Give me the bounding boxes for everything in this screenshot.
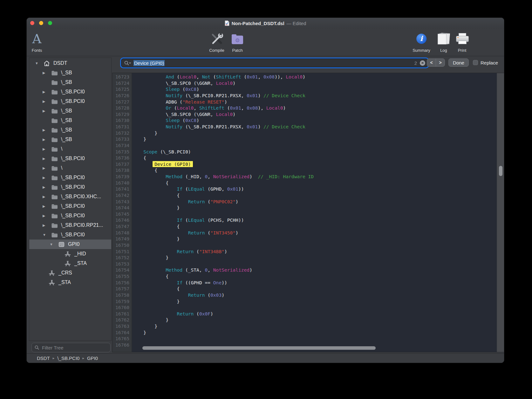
line-number: 16760 <box>113 304 132 311</box>
line-number: 16745 <box>113 211 132 217</box>
line-number: 16757 <box>113 286 132 292</box>
disclosure-collapsed-icon[interactable]: ▶ <box>42 90 51 94</box>
vertical-scrollbar[interactable] <box>497 73 504 352</box>
tree-item-label: _HID <box>74 251 86 257</box>
done-button[interactable]: Done <box>448 58 469 67</box>
tree-row-sb[interactable]: \_SB <box>29 78 111 87</box>
toolbar-item-compile[interactable]: Compile <box>209 30 224 53</box>
code-text: } <box>132 136 497 142</box>
breadcrumb-item[interactable]: GPI0 <box>87 355 98 361</box>
tree-item-label: \_SB.PCI0 <box>61 175 85 180</box>
line-number: 16748 <box>113 230 132 236</box>
find-previous-button[interactable]: < <box>427 59 436 66</box>
sidebar-tree-panel: ▼DSDT▶\_SB\_SB▶\_SB.PCI0▶\_SB.PCI0▶\_SB\… <box>29 57 112 341</box>
toolbar-item-log[interactable]: Log <box>438 30 450 53</box>
tree-item-label: _STA <box>58 280 71 285</box>
line-number: 16750 <box>113 242 132 248</box>
folder-icon <box>51 70 58 76</box>
toolbar-item-patch[interactable]: ⚙ Patch <box>232 30 243 53</box>
code-line: 16732 } <box>113 130 497 136</box>
tree-row-sb[interactable]: \_SB <box>29 116 111 125</box>
disclosure-collapsed-icon[interactable]: ▶ <box>42 176 51 180</box>
line-number: 16729 <box>113 111 132 118</box>
code-text: Sleep (0xC8) <box>132 117 497 124</box>
toolbar-item-summary[interactable]: i Summary <box>413 30 430 53</box>
tree-row-crs[interactable]: _CRS <box>29 268 111 278</box>
tree-row-sb[interactable]: ▶\_SB <box>29 68 111 78</box>
toolbar-item-fonts[interactable]: A Fonts <box>32 30 42 53</box>
disclosure-collapsed-icon[interactable]: ▶ <box>42 185 51 189</box>
line-number: 16747 <box>113 223 132 230</box>
title-bar[interactable]: Non-Patched_DSDT.dsl — Edited <box>27 18 504 29</box>
code-text: } <box>132 323 497 329</box>
tree-row-sbpci0xhc[interactable]: ▶\_SB.PCI0.XHC... <box>29 192 111 201</box>
tree-row-sbpci0[interactable]: ▶\_SB.PCI0 <box>29 182 111 192</box>
tree-item-label: \_SB <box>61 70 72 76</box>
filter-tree-input[interactable] <box>41 345 107 351</box>
tree-row-sbpci0[interactable]: ▶\_SB.PCI0 <box>29 154 111 163</box>
find-input-field[interactable]: Device (GPI0) 2 ✕ <box>121 58 428 67</box>
code-line: 16733 } <box>113 136 497 142</box>
disclosure-collapsed-icon[interactable]: ▶ <box>42 71 51 75</box>
replace-checkbox[interactable] <box>473 60 478 65</box>
tree-row-sbpci0[interactable]: ▶\_SB.PCI0 <box>29 201 111 211</box>
code-line: 16762 } <box>113 317 497 323</box>
window-title: Non-Patched_DSDT.dsl <box>232 21 284 26</box>
tree-row-sb[interactable]: ▶\_SB <box>29 125 111 135</box>
tree-row-sbpci0[interactable]: ▼\_SB.PCI0 <box>29 230 111 240</box>
code-text: Notify (\_SB.PCI0.RP21.PXSX, 0x01) // De… <box>132 92 497 99</box>
tree-row-sb[interactable]: ▶\_SB <box>29 135 111 144</box>
tree-row-sta[interactable]: _STA <box>29 259 111 268</box>
line-number: 16732 <box>113 130 132 136</box>
tree-row-sbpci0[interactable]: ▶\_SB.PCI0 <box>29 87 111 97</box>
breadcrumb-item[interactable]: \_SB.PCI0 <box>57 355 79 361</box>
tree-row-sb[interactable]: ▶\_SB <box>29 106 111 116</box>
tree-row-[interactable]: ▶\ <box>29 163 111 173</box>
disclosure-expanded-icon[interactable]: ▼ <box>34 61 43 65</box>
disclosure-collapsed-icon[interactable]: ▶ <box>42 99 51 104</box>
disclosure-expanded-icon[interactable]: ▼ <box>49 242 58 246</box>
clear-search-icon[interactable]: ✕ <box>420 60 425 66</box>
vertical-scrollbar-thumb[interactable] <box>499 166 502 176</box>
disclosure-collapsed-icon[interactable]: ▶ <box>42 147 51 151</box>
disclosure-collapsed-icon[interactable]: ▶ <box>42 204 51 208</box>
code-text: { <box>132 167 497 173</box>
code-editor[interactable]: 16723 And (Local0, Not (ShiftLeft (0x01,… <box>112 73 504 352</box>
code-line: 16754 Method (_STA, 0, NotSerialized) <box>113 267 497 273</box>
folder-icon <box>51 136 58 143</box>
horizontal-scrollbar-thumb[interactable] <box>142 346 376 350</box>
code-line: 16728 Or (Local0, ShiftLeft (0x01, 0x08)… <box>113 105 497 111</box>
disclosure-collapsed-icon[interactable]: ▶ <box>42 138 51 142</box>
disclosure-collapsed-icon[interactable]: ▶ <box>42 109 51 113</box>
disclosure-collapsed-icon[interactable]: ▶ <box>42 223 51 227</box>
disclosure-collapsed-icon[interactable]: ▶ <box>42 166 51 170</box>
tree-row-sta[interactable]: _STA <box>29 278 111 287</box>
disclosure-collapsed-icon[interactable]: ▶ <box>42 157 51 161</box>
tree-row-hid[interactable]: _HID <box>29 249 111 259</box>
tree-row-[interactable]: ▶\ <box>29 144 111 154</box>
disclosure-collapsed-icon[interactable]: ▶ <box>42 128 51 132</box>
code-text <box>132 304 497 311</box>
tree-row-sbpci0[interactable]: ▶\_SB.PCI0 <box>29 173 111 182</box>
toolbar-item-print[interactable]: Print <box>456 30 468 53</box>
folder-icon <box>51 98 58 105</box>
tree-row-sbpci0[interactable]: ▶\_SB.PCI0 <box>29 211 111 220</box>
line-number: 16723 <box>113 74 132 80</box>
search-menu-icon[interactable] <box>124 61 131 65</box>
disclosure-collapsed-icon[interactable]: ▶ <box>42 214 51 218</box>
find-next-button[interactable]: > <box>436 59 445 66</box>
tree-row-dsdt[interactable]: ▼DSDT <box>29 58 111 68</box>
printer-icon <box>456 33 468 44</box>
breadcrumb-item[interactable]: DSDT <box>37 355 50 361</box>
code-text: { <box>132 273 497 280</box>
folder-icon <box>51 174 58 181</box>
log-pages-icon <box>438 33 450 44</box>
tree-row-sbpci0[interactable]: ▶\_SB.PCI0 <box>29 97 111 106</box>
disclosure-collapsed-icon[interactable]: ▶ <box>42 195 51 199</box>
code-text: \_SB.SPC0 (\GGNR, Local0) <box>132 80 497 86</box>
filter-tree-field[interactable] <box>31 343 111 352</box>
disclosure-expanded-icon[interactable]: ▼ <box>42 233 51 237</box>
tree-row-sbpci0rp21[interactable]: ▶\_SB.PCI0.RP21... <box>29 220 111 230</box>
tree-row-gpi0[interactable]: ▼GPI0 <box>29 240 111 249</box>
tree-item-label: \_SB.PCI0 <box>61 156 85 161</box>
